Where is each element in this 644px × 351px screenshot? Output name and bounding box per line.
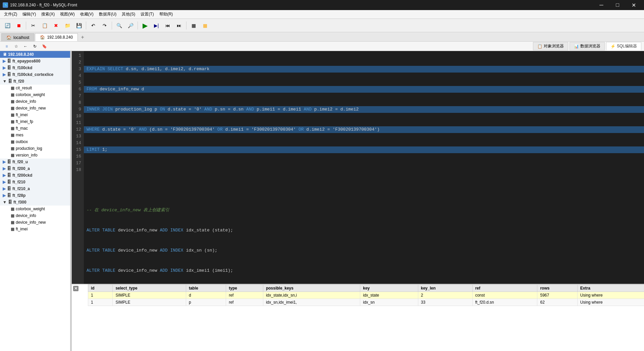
save-button[interactable]: 💾 — [73, 20, 84, 31]
star-button[interactable]: ☆ — [12, 42, 20, 50]
sidebar-item-ft_f100ckd_cortexlice[interactable]: ▶ 🗄 ft_f100ckd_cortexlice — [0, 71, 70, 78]
sidebar-item-ft_f210[interactable]: ▶ 🗄 ft_f210 — [0, 179, 70, 185]
refresh2-button[interactable]: ↻ — [31, 42, 39, 50]
menu-item-favorites[interactable]: 收藏(V) — [77, 10, 96, 18]
db-icon: 🗄 — [7, 193, 11, 198]
sidebar-item-production_log[interactable]: ▦ production_log — [0, 145, 70, 152]
menu-item-other[interactable]: 其他(S) — [119, 10, 138, 18]
copy-button[interactable]: 📋 — [39, 20, 50, 31]
sql-content-area[interactable]: EXPLAIN SELECT d.sn, d.imei1, d.imei2, d… — [84, 51, 644, 284]
table-label: device_info — [16, 213, 36, 218]
cell-id: 1 — [88, 299, 113, 306]
subtab-object-browser[interactable]: 📋 对象浏览器 — [533, 42, 568, 50]
maximize-button[interactable]: □ — [610, 0, 625, 10]
table-icon: ▦ — [11, 207, 14, 211]
sidebar-item-ft_f200_a[interactable]: ▶ 🗄 ft_f200_a — [0, 165, 70, 172]
sidebar-item-ft_imei[interactable]: ▦ ft_imei — [0, 112, 70, 118]
chart-button[interactable]: ▦ — [200, 20, 210, 31]
last-button[interactable]: ⏭ — [174, 20, 184, 31]
sidebar-item-outbox[interactable]: ▦ outbox — [0, 138, 70, 145]
sidebar-item-cit_result[interactable]: ▦ cit_result — [0, 85, 70, 91]
undo-button[interactable]: ↶ — [88, 20, 99, 31]
back-button[interactable]: ← — [21, 42, 30, 50]
menu-item-database[interactable]: 数据库(U) — [96, 10, 119, 18]
table-icon: ▦ — [11, 220, 14, 225]
menu-item-view[interactable]: 视图(W) — [57, 10, 77, 18]
grid-button[interactable]: ▦ — [188, 20, 199, 31]
stop-button[interactable]: ⏹ — [13, 20, 24, 31]
sidebar-item-ft_f20_u[interactable]: ▶ 🗄 ft_f20_u — [0, 159, 70, 165]
sidebar-item-ft_f28p[interactable]: ▶ 🗄 ft_f28p — [0, 192, 70, 199]
redo-button[interactable]: ↷ — [99, 20, 110, 31]
sidebar-item-ft_f100ckd[interactable]: ▶ 🗄 ft_f100ckd — [0, 64, 70, 71]
sidebar-item-ft_f300[interactable]: ▼ 🗄 ft_f300 — [0, 199, 70, 206]
cell-rows: 62 — [537, 299, 577, 306]
sidebar-item-ft_f300-colorbox_weight[interactable]: ▦ colorbox_weight — [0, 206, 70, 212]
sidebar-item-ft_f300-device_info_new[interactable]: ▦ device_info_new — [0, 219, 70, 226]
menu-item-help[interactable]: 帮助(R) — [157, 10, 176, 18]
db-icon: 🗄 — [7, 186, 11, 191]
table-label: device_info_new — [16, 220, 46, 225]
sidebar-icon-button[interactable]: ≡ — [3, 42, 11, 50]
db-label: ft_f20 — [13, 79, 24, 84]
menu-item-edit[interactable]: 编辑(Y) — [20, 10, 39, 18]
db-expand-icon: ▶ — [3, 160, 6, 164]
search2-button[interactable]: 🔎 — [125, 20, 136, 31]
cell-key: idx_state — [360, 292, 418, 299]
db-icon: 🗄 — [7, 65, 11, 70]
menu-item-settings[interactable]: 设置(T) — [138, 10, 156, 18]
folder-button[interactable]: 📁 — [62, 20, 73, 31]
sidebar-item-ft_f300-ft_imei[interactable]: ▦ ft_imei — [0, 226, 70, 232]
window-title: 192.168.8.240 - ft_f20 - MySQL-Front — [10, 3, 77, 7]
db-label: ft_f28p — [12, 193, 25, 198]
db-expand-icon: ▶ — [3, 65, 6, 70]
refresh-button[interactable]: 🔄 — [2, 20, 13, 31]
sql-editor[interactable]: 1 2 3 4 5 6 7 8 9 10 11 12 13 14 15 16 1… — [72, 51, 644, 284]
sidebar-item-version_info[interactable]: ▦ version_info — [0, 152, 70, 159]
db-icon: 🗄 — [8, 200, 12, 205]
subtab-sql-label: SQL编辑器 — [617, 43, 637, 49]
bookmark-button[interactable]: 🔖 — [40, 42, 48, 50]
subtab-sql-editor[interactable]: ⚡ SQL编辑器 — [606, 42, 641, 50]
sidebar-item-ft_f210_a[interactable]: ▶ 🗄 ft_f210_a — [0, 185, 70, 192]
run-selection-button[interactable]: ▶| — [151, 20, 162, 31]
result-close-button[interactable]: ✕ — [73, 286, 78, 291]
sidebar-item-ft_f20[interactable]: ▼ 🗄 ft_f20 — [0, 78, 70, 85]
db-icon: 🗄 — [8, 79, 12, 84]
menu-item-file[interactable]: 文件(Z) — [1, 10, 20, 18]
db-label: ft_f100ckd_cortexlice — [12, 72, 53, 77]
first-button[interactable]: ⏮ — [162, 20, 173, 31]
subtab-data-browser[interactable]: 📊 数据浏览器 — [570, 42, 605, 50]
sidebar-item-ft_epaypos600[interactable]: ▶ 🗄 ft_epaypos600 — [0, 58, 70, 64]
sidebar-item-ft_imei_fp[interactable]: ▦ ft_imei_fp — [0, 118, 70, 125]
delete-button[interactable]: ✖ — [51, 20, 61, 31]
cell-possible_keys: idx_state,idx_sn,i — [263, 292, 360, 299]
sidebar-item-mes[interactable]: ▦ mes — [0, 132, 70, 138]
sidebar-item-ft_f200ckd[interactable]: ▶ 🗄 ft_f200ckd — [0, 172, 70, 179]
db-expand-icon: ▶ — [3, 193, 6, 198]
db-icon: 🗄 — [7, 166, 11, 171]
db-label: ft_f200ckd — [12, 173, 32, 178]
search-button[interactable]: 🔍 — [114, 20, 124, 31]
sidebar-item-ft_mac[interactable]: ▦ ft_mac — [0, 125, 70, 132]
sidebar-item-device_info[interactable]: ▦ device_info — [0, 98, 70, 105]
result-row-2[interactable]: 1 SIMPLE p ref idx_sn,idx_imei1, idx_sn … — [88, 299, 644, 306]
cell-table: p — [186, 299, 226, 306]
col-type: type — [226, 285, 263, 292]
tab-localhost[interactable]: 🏠 localhost — [1, 33, 34, 41]
cut-button[interactable]: ✂ — [28, 20, 39, 31]
tab-remote[interactable]: 🏠 192.168.8.240 — [35, 33, 78, 41]
run-button[interactable]: ▶ — [140, 20, 150, 31]
col-id: id — [88, 285, 113, 292]
add-tab-button[interactable]: + — [78, 33, 87, 41]
menu-item-search[interactable]: 搜索(X) — [39, 10, 57, 18]
col-rows: rows — [537, 285, 577, 292]
db-expand-icon: ▶ — [3, 180, 6, 184]
minimize-button[interactable]: ─ — [594, 0, 609, 10]
close-button[interactable]: ✕ — [626, 0, 641, 10]
sql-line-3: INNER JOIN production_log p ON d.state =… — [84, 106, 644, 113]
sidebar-item-ft_f300-device_info[interactable]: ▦ device_info — [0, 212, 70, 219]
result-row-1[interactable]: 1 SIMPLE d ref idx_state,idx_sn,i idx_st… — [88, 292, 644, 299]
sidebar-item-colorbox_weight[interactable]: ▦ colorbox_weight — [0, 91, 70, 98]
sidebar-item-device_info_new[interactable]: ▦ device_info_new — [0, 105, 70, 112]
